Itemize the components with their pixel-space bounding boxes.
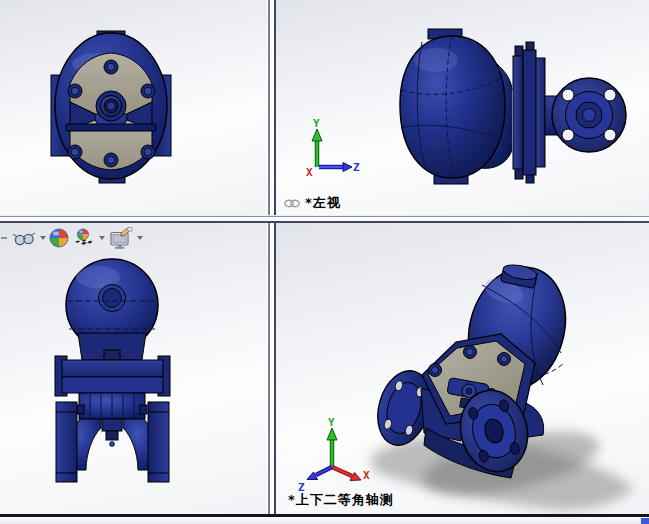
axis-x-label: X xyxy=(363,469,370,482)
viewport-top-right[interactable]: Y Z X *左视 xyxy=(276,0,649,215)
dropdown-dash-icon[interactable] xyxy=(1,237,7,239)
vertical-viewport-splitter[interactable] xyxy=(267,0,276,514)
hide-show-dropdown-arrow[interactable] xyxy=(39,233,46,243)
axis-y-label: Y xyxy=(313,118,320,130)
apply-scene-button[interactable] xyxy=(72,228,95,248)
monitor-with-hand-icon xyxy=(108,227,133,250)
status-bar-edge xyxy=(0,517,649,524)
view-settings-button[interactable] xyxy=(108,227,133,250)
colored-ball-icon xyxy=(49,228,69,248)
axis-y-label: Y xyxy=(328,417,335,429)
viewport-bottom-right[interactable]: Y X Z *上下二等角轴测 xyxy=(276,223,649,514)
edit-appearance-button[interactable] xyxy=(49,228,69,248)
axis-x-label: X xyxy=(306,166,313,179)
horizontal-viewport-splitter[interactable] xyxy=(0,215,649,223)
ball-on-checkerboard-icon xyxy=(72,228,95,248)
heads-up-toolbar xyxy=(0,225,143,251)
glasses-icon xyxy=(12,230,36,247)
part-left-view[interactable] xyxy=(276,0,649,215)
axis-z-label: Z xyxy=(353,161,360,174)
view-settings-dropdown-arrow[interactable] xyxy=(136,233,143,243)
viewport-top-left[interactable] xyxy=(0,0,267,215)
orientation-triad: Y Z X xyxy=(300,118,360,180)
apply-scene-dropdown-arrow[interactable] xyxy=(98,233,105,243)
orientation-triad: Y X Z xyxy=(294,417,374,495)
view-label-text: *上下二等角轴测 xyxy=(288,491,394,509)
view-orientation-label: *左视 xyxy=(284,194,341,212)
part-top-view[interactable] xyxy=(0,0,267,215)
view-label-text: *左视 xyxy=(305,194,341,212)
view-orientation-label: *上下二等角轴测 xyxy=(288,491,394,509)
viewport-bottom-left[interactable] xyxy=(0,223,267,514)
hide-show-items-button[interactable] xyxy=(12,230,36,247)
part-front-view[interactable] xyxy=(0,223,267,514)
link-icon xyxy=(284,199,300,208)
window-corner-accent xyxy=(641,518,649,524)
